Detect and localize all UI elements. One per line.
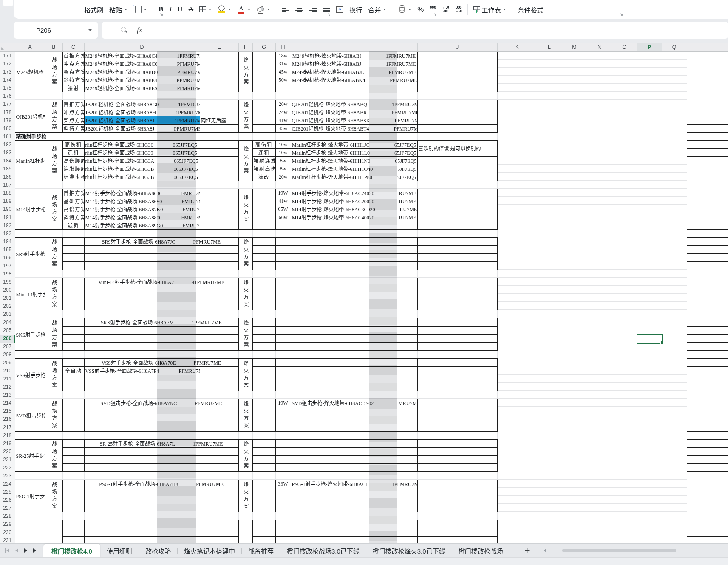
grid-cell[interactable]: [662, 488, 687, 496]
grid-cell[interactable]: [84, 310, 200, 318]
grid-cell[interactable]: [417, 496, 497, 504]
grid-cell[interactable]: [562, 254, 587, 262]
grid-cell[interactable]: [497, 165, 537, 173]
grid-cell[interactable]: [291, 221, 417, 230]
grid-cell[interactable]: rlin杠杆步枪-全面战场-6HIG39065JF7EQ5: [84, 149, 200, 157]
grid-cell[interactable]: [662, 52, 687, 60]
grid-cell[interactable]: VSS射手步枪: [15, 359, 45, 391]
grid-cell[interactable]: [84, 375, 200, 383]
grid-cell[interactable]: M249轻机枪: [15, 52, 45, 92]
grid-cell[interactable]: [637, 359, 662, 367]
grid-cell[interactable]: [252, 286, 275, 294]
grid-cell[interactable]: [637, 343, 662, 351]
grid-cell[interactable]: [537, 116, 562, 125]
grid-cell[interactable]: [612, 157, 637, 165]
group-expand-icon[interactable]: ↘: [620, 12, 623, 17]
grid-cell[interactable]: [612, 391, 637, 399]
grid-cell[interactable]: [417, 520, 497, 528]
grid-cell[interactable]: [587, 512, 612, 520]
grid-cell[interactable]: [587, 375, 612, 383]
grid-cell[interactable]: [537, 189, 562, 197]
row-header-191[interactable]: 191: [0, 213, 15, 221]
grid-cell[interactable]: [252, 270, 275, 278]
grid-cell[interactable]: [252, 423, 275, 432]
grid-cell[interactable]: [291, 432, 417, 440]
grid-cell[interactable]: [200, 496, 238, 504]
grid-cell[interactable]: [587, 254, 612, 262]
grid-cell[interactable]: [687, 278, 728, 286]
grid-cell[interactable]: [417, 294, 497, 302]
grid-cell[interactable]: 高倍方案: [62, 205, 84, 213]
grid-cell[interactable]: M249轻机枪-全面战场-6H8A8ESPFMRU7ME: [84, 84, 200, 92]
grid-cell[interactable]: [687, 108, 728, 116]
grid-cell[interactable]: [84, 520, 200, 528]
grid-cell[interactable]: PSG-1射手步枪: [15, 480, 45, 512]
grid-cell[interactable]: 首推方案: [62, 189, 84, 197]
grid-cell[interactable]: [562, 125, 587, 133]
grid-cell[interactable]: 19W: [275, 399, 291, 407]
grid-cell[interactable]: [687, 52, 728, 60]
grid-cell[interactable]: [687, 205, 728, 213]
grid-cell[interactable]: [537, 278, 562, 286]
comma-style-button[interactable]: 000,: [427, 2, 439, 17]
grid-cell[interactable]: [537, 432, 562, 440]
grid-cell[interactable]: [62, 440, 84, 448]
grid-cell[interactable]: [200, 512, 238, 520]
grid-cell[interactable]: [275, 423, 291, 432]
grid-cell[interactable]: M14射手步枪-烽火地带-6H8AC40020RU7ME: [291, 213, 417, 221]
row-header-186[interactable]: 186: [0, 173, 15, 181]
grid-cell[interactable]: [62, 254, 84, 262]
grid-cell[interactable]: [291, 512, 417, 520]
grid-cell[interactable]: [587, 327, 612, 335]
grid-cell[interactable]: [417, 84, 497, 92]
grid-cell[interactable]: [587, 294, 612, 302]
grid-cell[interactable]: [62, 92, 84, 100]
grid-cell[interactable]: [291, 302, 417, 310]
grid-cell[interactable]: [637, 456, 662, 464]
grid-cell[interactable]: [562, 528, 587, 537]
row-header-190[interactable]: 190: [0, 205, 15, 213]
grid-cell[interactable]: [200, 423, 238, 432]
grid-cell[interactable]: 首推方案: [62, 52, 84, 60]
grid-cell[interactable]: [497, 84, 537, 92]
grid-cell[interactable]: [200, 327, 238, 335]
grid-cell[interactable]: [275, 84, 291, 92]
grid-cell[interactable]: [45, 230, 62, 238]
grid-cell[interactable]: [637, 383, 662, 391]
grid-cell[interactable]: SR-25射手步枪-全面战场-6H8A7L1PFMRU7ME: [84, 440, 238, 448]
grid-cell[interactable]: [238, 520, 252, 544]
grid-cell[interactable]: [637, 432, 662, 440]
grid-cell[interactable]: [417, 76, 497, 84]
grid-cell[interactable]: [687, 181, 728, 189]
grid-cell[interactable]: [417, 125, 497, 133]
grid-cell[interactable]: [238, 230, 252, 238]
grid-cell[interactable]: [687, 262, 728, 270]
grid-cell[interactable]: [497, 141, 537, 149]
row-header-194[interactable]: 194: [0, 238, 15, 246]
grid-cell[interactable]: PSG-1射手步枪-全面战场-6H8A7H8PFMRU7ME: [84, 480, 238, 488]
grid-cell[interactable]: [587, 108, 612, 116]
grid-cell[interactable]: [612, 440, 637, 448]
grid-cell[interactable]: [417, 205, 497, 213]
grid-cell[interactable]: [62, 383, 84, 391]
align-left-button[interactable]: [279, 2, 292, 17]
grid-cell[interactable]: [562, 391, 587, 399]
fill-color-button[interactable]: [215, 2, 234, 17]
grid-cell[interactable]: 连狙: [252, 149, 275, 157]
grid-cell[interactable]: [687, 383, 728, 391]
row-header-203[interactable]: 203: [0, 310, 15, 318]
grid-cell[interactable]: [562, 335, 587, 343]
grid-cell[interactable]: [200, 488, 238, 496]
row-header-178[interactable]: 178: [0, 108, 15, 116]
row-header-184[interactable]: 184: [0, 157, 15, 165]
font-color-button[interactable]: A: [234, 2, 254, 17]
strikethrough-button[interactable]: A: [186, 2, 197, 17]
grid-cell[interactable]: [562, 165, 587, 173]
grid-cell[interactable]: [637, 76, 662, 84]
grid-cell[interactable]: [687, 116, 728, 125]
grid-cell[interactable]: [537, 528, 562, 537]
grid-cell[interactable]: [15, 391, 45, 399]
grid-cell[interactable]: 精确射手步枪: [15, 133, 200, 141]
grid-cell[interactable]: [84, 92, 200, 100]
grid-cell[interactable]: [612, 125, 637, 133]
